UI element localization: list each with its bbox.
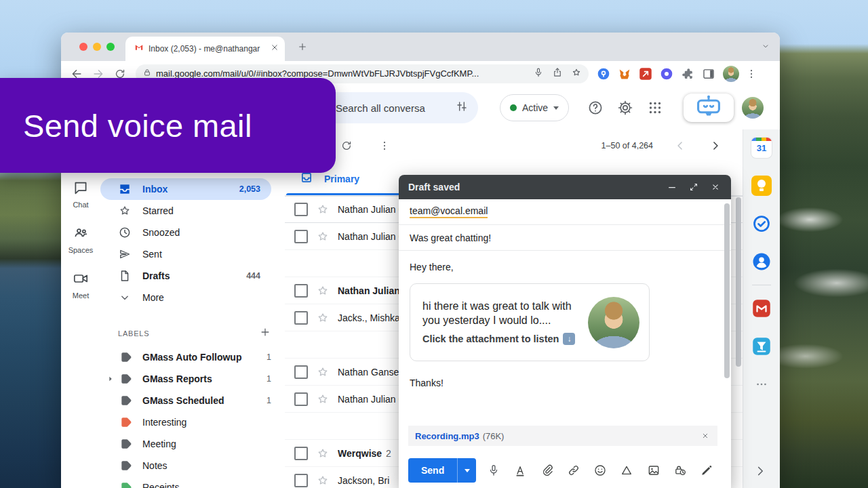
close-compose-icon[interactable] bbox=[709, 181, 722, 193]
new-tab-button[interactable] bbox=[297, 41, 308, 55]
add-label-plus-icon[interactable] bbox=[259, 326, 271, 341]
sidebar-item-drafts[interactable]: Drafts 444 bbox=[100, 265, 271, 287]
red-arrow-icon[interactable] bbox=[639, 67, 652, 81]
insert-link-icon[interactable] bbox=[567, 464, 580, 477]
send-options-caret[interactable] bbox=[457, 458, 476, 483]
row-star-icon[interactable] bbox=[316, 311, 330, 325]
sidebar-item-label: Inbox bbox=[142, 184, 239, 195]
microphone-icon[interactable] bbox=[487, 464, 500, 477]
extensions-puzzle-icon[interactable] bbox=[681, 67, 694, 81]
label-item-interesting[interactable]: Interesting bbox=[100, 411, 285, 433]
tasks-icon[interactable] bbox=[751, 213, 772, 235]
row-star-icon[interactable] bbox=[316, 365, 330, 379]
help-icon[interactable] bbox=[587, 94, 604, 121]
sidebar-item-snoozed[interactable]: Snoozed bbox=[100, 222, 271, 243]
voice-message-card[interactable]: hi there it was great to talk with you y… bbox=[410, 283, 650, 361]
row-checkbox[interactable] bbox=[294, 284, 308, 298]
row-star-icon[interactable] bbox=[316, 447, 330, 460]
label-item-gmass-reports[interactable]: GMass Reports 1 bbox=[100, 368, 285, 390]
confidential-mode-icon[interactable] bbox=[673, 464, 687, 477]
streak-funnel-icon[interactable] bbox=[751, 336, 772, 357]
browser-profile-avatar[interactable] bbox=[723, 66, 739, 82]
compose-header[interactable]: Draft saved bbox=[399, 175, 731, 199]
subject-field[interactable]: Was great chatting! bbox=[399, 225, 731, 251]
gmass-icon[interactable] bbox=[751, 298, 772, 319]
label-item-gmass-auto-followup[interactable]: GMass Auto Followup 1 bbox=[100, 346, 285, 368]
emoji-icon[interactable] bbox=[593, 464, 607, 477]
row-checkbox[interactable] bbox=[294, 365, 308, 379]
recipient-field[interactable]: team@vocal.email bbox=[399, 199, 731, 225]
sidebar-item-more[interactable]: More bbox=[100, 287, 271, 308]
row-checkbox[interactable] bbox=[294, 447, 308, 460]
share-icon[interactable] bbox=[552, 67, 563, 81]
row-checkbox[interactable] bbox=[294, 311, 308, 325]
sidebar-item-sent[interactable]: Sent bbox=[100, 243, 271, 265]
more-options-icon[interactable] bbox=[376, 137, 393, 155]
older-page-chevron-right-icon[interactable] bbox=[707, 138, 724, 154]
star-icon[interactable] bbox=[571, 67, 582, 81]
format-text-icon[interactable] bbox=[513, 464, 527, 477]
spaces-icon bbox=[73, 225, 89, 244]
label-item-meeting[interactable]: Meeting bbox=[100, 433, 285, 455]
contacts-icon[interactable] bbox=[751, 251, 772, 272]
rail-item-meet[interactable]: Meet bbox=[73, 270, 89, 300]
zoom-window-button[interactable] bbox=[106, 43, 115, 51]
attach-icon[interactable] bbox=[540, 464, 554, 477]
expand-caret-icon[interactable] bbox=[106, 374, 115, 386]
newer-page-chevron-left-icon[interactable] bbox=[672, 138, 688, 154]
close-window-button[interactable] bbox=[79, 43, 87, 51]
row-star-icon[interactable] bbox=[316, 474, 330, 487]
calendar-icon[interactable]: 31 bbox=[751, 137, 772, 159]
recipient-chip[interactable]: team@vocal.email bbox=[410, 205, 488, 218]
label-item-gmass-scheduled[interactable]: GMass Scheduled 1 bbox=[100, 390, 285, 411]
close-tab-icon[interactable] bbox=[270, 43, 279, 55]
browser-tab[interactable]: Inbox (2,053) - me@nathangar bbox=[125, 37, 285, 61]
status-dropdown[interactable]: Active bbox=[500, 94, 569, 121]
insert-image-icon[interactable] bbox=[647, 464, 660, 477]
attachment-name[interactable]: Recording.mp3 bbox=[415, 431, 479, 441]
row-star-icon[interactable] bbox=[316, 230, 330, 243]
label-tag-icon bbox=[119, 394, 133, 407]
expand-compose-icon[interactable] bbox=[688, 181, 700, 193]
search-filter-tune-icon[interactable] bbox=[455, 100, 469, 116]
row-checkbox[interactable] bbox=[294, 392, 308, 406]
sidebar-item-inbox[interactable]: Inbox 2,053 bbox=[100, 178, 271, 200]
attachment-bar[interactable]: Recording.mp3 (76K) bbox=[408, 426, 717, 446]
password-manager-icon[interactable] bbox=[597, 67, 610, 81]
gmail-profile-avatar[interactable] bbox=[742, 97, 764, 119]
keep-icon[interactable] bbox=[751, 175, 772, 197]
split-view-icon[interactable] bbox=[702, 67, 715, 81]
label-item-notes[interactable]: Notes bbox=[100, 455, 285, 476]
minimize-window-button[interactable] bbox=[93, 43, 101, 51]
remove-attachment-icon[interactable] bbox=[700, 430, 711, 441]
row-checkbox[interactable] bbox=[294, 203, 308, 216]
rail-item-spaces[interactable]: Spaces bbox=[68, 225, 94, 254]
minimize-compose-icon[interactable] bbox=[666, 181, 678, 193]
refresh-icon[interactable] bbox=[338, 137, 355, 155]
row-star-icon[interactable] bbox=[316, 392, 330, 406]
label-item-receipts[interactable]: Receipts bbox=[100, 476, 285, 488]
row-sender: Jacks., Mishka bbox=[338, 312, 400, 323]
hide-panel-chevron-icon[interactable] bbox=[753, 464, 768, 481]
row-checkbox[interactable] bbox=[294, 474, 308, 487]
tab-search-chevron-icon[interactable] bbox=[761, 41, 770, 54]
list-scrollbar[interactable] bbox=[736, 197, 741, 367]
row-checkbox[interactable] bbox=[294, 230, 308, 243]
apps-grid-icon[interactable] bbox=[647, 94, 663, 121]
vocal-extension-logo[interactable] bbox=[684, 94, 734, 122]
send-button[interactable]: Send bbox=[408, 458, 457, 483]
rail-item-chat[interactable]: Chat bbox=[73, 180, 89, 209]
row-star-icon[interactable] bbox=[316, 203, 330, 216]
metamask-icon[interactable] bbox=[618, 67, 631, 81]
drive-icon[interactable] bbox=[620, 464, 633, 477]
settings-icon[interactable] bbox=[617, 94, 633, 121]
mic-icon[interactable] bbox=[533, 67, 544, 81]
browser-menu-icon[interactable] bbox=[743, 65, 760, 83]
sidebar-item-starred[interactable]: Starred bbox=[100, 200, 271, 222]
pen-icon[interactable] bbox=[700, 464, 713, 477]
loom-icon[interactable] bbox=[660, 67, 673, 81]
compose-scrollbar[interactable] bbox=[724, 203, 730, 378]
more-addons-icon[interactable] bbox=[751, 373, 772, 395]
compose-body[interactable]: Hey there, hi there it was great to talk… bbox=[399, 251, 731, 388]
row-star-icon[interactable] bbox=[316, 284, 330, 298]
